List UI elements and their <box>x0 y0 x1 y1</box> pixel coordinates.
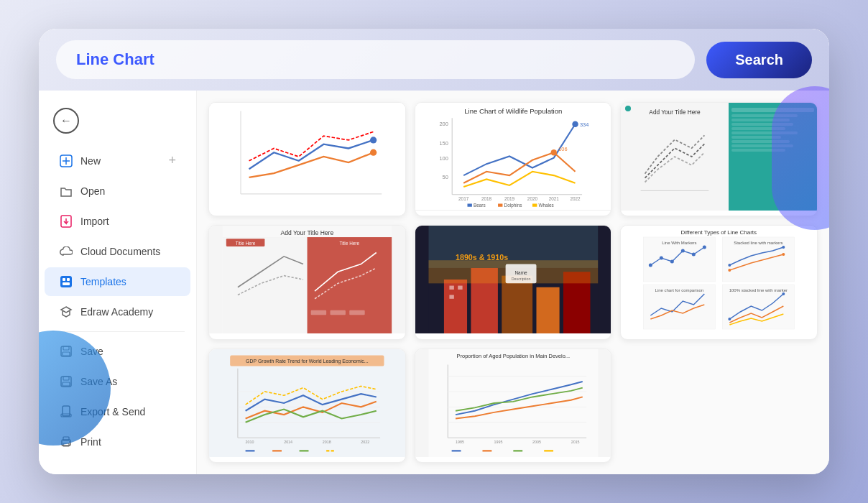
svg-text:Description: Description <box>511 277 530 281</box>
svg-point-83 <box>670 260 674 264</box>
sidebar-item-new[interactable]: New + <box>45 146 190 175</box>
sidebar-item-import[interactable]: Import <box>45 207 190 236</box>
template-card-aged[interactable]: Proportion of Aged Population in Main De… <box>415 349 612 463</box>
sidebar-item-open[interactable]: Open <box>45 177 190 206</box>
svg-rect-60 <box>330 310 345 315</box>
svg-text:Add Your Title Here: Add Your Title Here <box>280 229 333 236</box>
svg-text:Bears: Bears <box>474 203 486 208</box>
decoration-blob-right <box>772 86 829 230</box>
sidebar-item-academy[interactable]: Edraw Academy <box>45 297 190 326</box>
template-card-gdp[interactable]: GDP Growth Rate Trend for World Leading … <box>208 349 406 463</box>
svg-text:Add Your Title Here: Add Your Title Here <box>650 109 701 116</box>
svg-point-89 <box>729 264 731 267</box>
thumbnail-types: Different Types of Line Charts Line With… <box>621 226 817 333</box>
academy-icon <box>59 305 73 319</box>
thumbnail-gdp: GDP Growth Rate Trend for World Leading … <box>209 349 405 457</box>
svg-rect-61 <box>349 310 364 315</box>
svg-rect-59 <box>311 310 326 315</box>
templates-icon <box>59 274 73 289</box>
templates-grid: e Line chart 🗐 242 Line Chart of W <box>197 91 829 474</box>
svg-text:100% stacked line with marker: 100% stacked line with marker <box>729 288 788 292</box>
svg-rect-44 <box>467 203 471 206</box>
svg-text:Title Here: Title Here <box>339 241 359 246</box>
sidebar-label-print: Print <box>80 436 101 448</box>
svg-text:2022: 2022 <box>570 196 581 201</box>
svg-text:2017: 2017 <box>458 196 469 201</box>
svg-text:334: 334 <box>580 121 588 128</box>
svg-point-25 <box>370 149 377 156</box>
import-icon <box>59 214 73 229</box>
svg-text:200: 200 <box>439 121 448 127</box>
card-info-3points: Line Chart with 3 Points 👁 151 ♡ 2 ⎘ 32 <box>209 333 405 339</box>
new-plus-icon: + <box>168 153 176 168</box>
svg-point-82 <box>660 257 663 260</box>
sidebar-item-templates[interactable]: Templates <box>45 267 190 296</box>
svg-text:2020: 2020 <box>527 196 538 201</box>
template-card-types[interactable]: Different Types of Line Charts Line With… <box>620 225 818 339</box>
card-info-wildlife: Line Chart of Wildlife Population 👁 674 … <box>415 211 611 216</box>
template-card-partial1[interactable]: e Line chart 🗐 242 <box>208 102 406 216</box>
svg-text:Title Here: Title Here <box>236 241 256 246</box>
svg-rect-7 <box>63 282 70 285</box>
card-info-aged: Aged Population Line Cha... 👁 249 ♡ 5 ⎘ <box>415 457 611 463</box>
svg-text:Line chart for comparison: Line chart for comparison <box>655 288 704 292</box>
svg-text:1890s & 1910s: 1890s & 1910s <box>456 254 508 262</box>
svg-point-24 <box>370 137 377 143</box>
svg-rect-6 <box>67 278 70 281</box>
svg-rect-66 <box>536 287 559 333</box>
svg-rect-46 <box>498 203 502 206</box>
thumbnail-aged: Proportion of Aged Population in Main De… <box>415 349 611 457</box>
svg-text:Line Chart of Wildlife Populat: Line Chart of Wildlife Population <box>464 107 562 115</box>
sidebar-label-import: Import <box>80 216 109 227</box>
svg-point-40 <box>572 121 578 128</box>
sidebar-divider <box>50 331 185 332</box>
svg-text:Whales: Whales <box>538 203 553 208</box>
svg-point-98 <box>782 292 785 295</box>
template-card-wildlife[interactable]: Line Chart of Wildlife Population 200 15… <box>415 102 612 216</box>
svg-text:150: 150 <box>439 140 448 147</box>
svg-rect-68 <box>449 286 453 290</box>
back-button[interactable]: ← <box>53 108 79 134</box>
svg-point-81 <box>649 264 652 267</box>
svg-point-90 <box>782 246 785 249</box>
svg-text:2019: 2019 <box>504 196 515 201</box>
sidebar-label-open: Open <box>80 185 105 197</box>
svg-rect-4 <box>60 276 72 287</box>
svg-rect-26 <box>429 103 597 210</box>
svg-point-42 <box>550 149 557 156</box>
template-card-3points[interactable]: Add Your Title Here Title Here <box>208 225 406 339</box>
svg-text:GDP Growth Rate Trend for Worl: GDP Growth Rate Trend for World Leading … <box>246 359 369 364</box>
svg-text:106: 106 <box>558 146 567 152</box>
svg-rect-48 <box>532 203 537 206</box>
svg-rect-63 <box>444 280 467 333</box>
svg-rect-5 <box>63 278 65 281</box>
svg-rect-55 <box>222 237 307 333</box>
svg-point-86 <box>703 246 706 249</box>
svg-point-85 <box>692 253 696 257</box>
search-button[interactable]: Search <box>706 42 812 78</box>
svg-text:Name: Name <box>514 270 527 275</box>
svg-text:Dolphins: Dolphins <box>504 203 522 208</box>
search-bar: Line Chart <box>56 40 695 79</box>
thumbnail-3points: Add Your Title Here Title Here <box>209 226 405 333</box>
thumbnail-wildlife: Line Chart of Wildlife Population 200 15… <box>415 103 611 211</box>
svg-text:100: 100 <box>439 155 448 162</box>
sidebar-item-cloud[interactable]: Cloud Documents <box>45 237 190 266</box>
svg-point-92 <box>782 253 785 256</box>
svg-rect-70 <box>449 295 453 299</box>
cloud-icon <box>59 244 73 259</box>
svg-text:2018: 2018 <box>481 196 492 201</box>
svg-text:2005: 2005 <box>532 439 541 443</box>
sidebar-label-templates: Templates <box>80 276 126 287</box>
svg-point-91 <box>729 269 731 272</box>
new-icon <box>59 154 73 168</box>
sidebar-label-academy: Edraw Academy <box>80 306 153 318</box>
card-info-partial1: e Line chart 🗐 242 <box>209 211 405 216</box>
svg-text:2014: 2014 <box>284 439 292 443</box>
search-query[interactable]: Line Chart <box>76 50 675 69</box>
card-info-infographic: art Interactive Infographic ⎘ 0 <box>415 333 611 339</box>
svg-text:2010: 2010 <box>246 439 254 443</box>
svg-text:Proportion of Aged Population : Proportion of Aged Population in Main De… <box>456 352 570 359</box>
template-card-infographic[interactable]: 1890s & 1910s Name Description art Inter… <box>415 225 612 339</box>
main-content: ← New + Open Import <box>39 91 829 474</box>
